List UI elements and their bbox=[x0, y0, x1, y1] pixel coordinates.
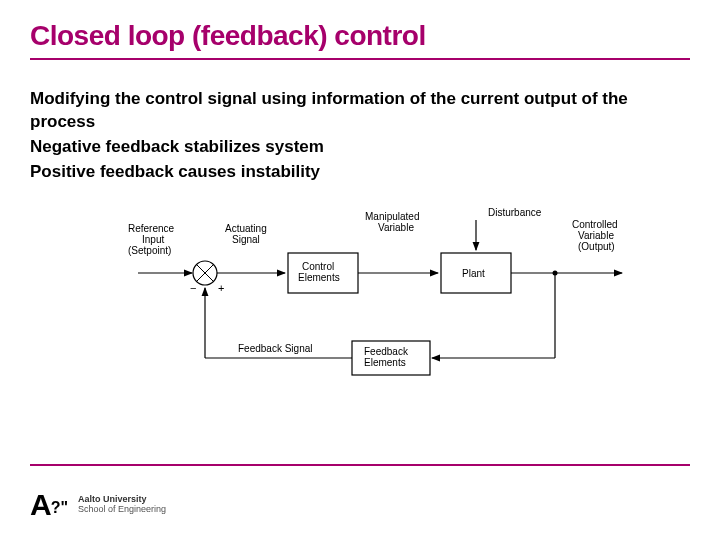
title-underline bbox=[30, 58, 690, 60]
plus-sign: + bbox=[218, 282, 224, 294]
label-control-elements: Control Elements bbox=[298, 261, 340, 283]
label-actuating: Actuating Signal bbox=[225, 223, 269, 245]
minus-sign: − bbox=[190, 282, 196, 294]
bullet-2: Negative feedback stabilizes system bbox=[30, 136, 690, 159]
footer: A?" Aalto University School of Engineeri… bbox=[30, 488, 166, 522]
label-plant: Plant bbox=[462, 268, 485, 279]
logo-letter: A bbox=[30, 488, 51, 521]
slide-container: Closed loop (feedback) control Modifying… bbox=[0, 0, 720, 540]
aalto-logo: A?" bbox=[30, 488, 68, 522]
slide-title: Closed loop (feedback) control bbox=[30, 20, 690, 52]
block-diagram: − + Reference Input (Setpoint) Actuating… bbox=[120, 198, 690, 402]
label-feedback-elements: Feedback Elements bbox=[364, 346, 411, 368]
footer-rule bbox=[30, 464, 690, 466]
label-disturbance: Disturbance bbox=[488, 207, 542, 218]
label-manipulated: Manipulated Variable bbox=[365, 211, 422, 233]
label-reference: Reference Input (Setpoint) bbox=[128, 223, 177, 256]
logo-text: Aalto University School of Engineering bbox=[78, 495, 166, 515]
label-controlled: Controlled Variable (Output) bbox=[572, 219, 620, 252]
bullet-3: Positive feedback causes instability bbox=[30, 161, 690, 184]
org-line-2: School of Engineering bbox=[78, 505, 166, 515]
diagram-svg: − + Reference Input (Setpoint) Actuating… bbox=[120, 198, 640, 398]
logo-marks: ?" bbox=[51, 499, 68, 516]
label-feedback-signal: Feedback Signal bbox=[238, 343, 313, 354]
bullet-1: Modifying the control signal using infor… bbox=[30, 88, 690, 134]
